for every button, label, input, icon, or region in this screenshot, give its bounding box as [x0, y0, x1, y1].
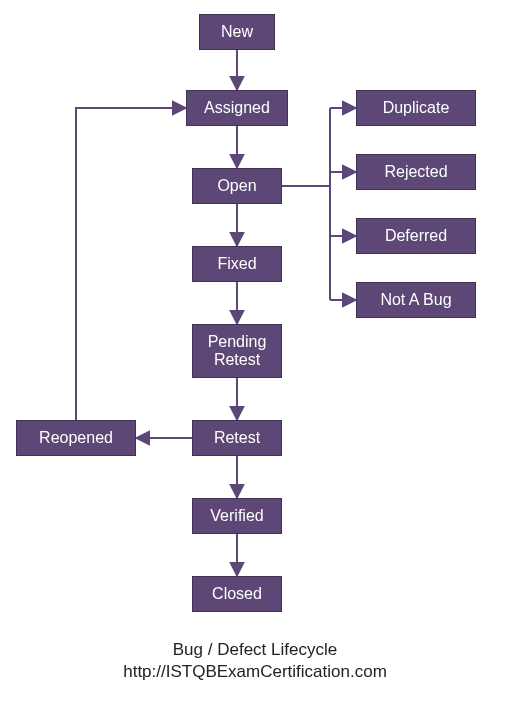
node-verified: Verified	[192, 498, 282, 534]
node-label: Rejected	[384, 163, 447, 181]
node-not-a-bug: Not A Bug	[356, 282, 476, 318]
node-rejected: Rejected	[356, 154, 476, 190]
node-fixed: Fixed	[192, 246, 282, 282]
node-label: Assigned	[204, 99, 270, 117]
node-label: Closed	[212, 585, 262, 603]
node-open: Open	[192, 168, 282, 204]
node-label: New	[221, 23, 253, 41]
node-label: Open	[217, 177, 256, 195]
node-new: New	[199, 14, 275, 50]
node-deferred: Deferred	[356, 218, 476, 254]
flowchart-canvas: New Assigned Open Fixed Pending Retest R…	[0, 0, 510, 705]
node-label: Reopened	[39, 429, 113, 447]
node-label: Retest	[214, 429, 260, 447]
node-label: Deferred	[385, 227, 447, 245]
node-label: Not A Bug	[380, 291, 451, 309]
node-label: Duplicate	[383, 99, 450, 117]
node-reopened: Reopened	[16, 420, 136, 456]
node-retest: Retest	[192, 420, 282, 456]
caption-title: Bug / Defect Lifecycle	[0, 640, 510, 660]
node-label: Pending Retest	[201, 333, 273, 370]
edge-reopened-assigned	[76, 108, 186, 420]
caption-url: http://ISTQBExamCertification.com	[0, 662, 510, 682]
node-label: Verified	[210, 507, 263, 525]
node-label: Fixed	[217, 255, 256, 273]
node-duplicate: Duplicate	[356, 90, 476, 126]
node-assigned: Assigned	[186, 90, 288, 126]
node-pending-retest: Pending Retest	[192, 324, 282, 378]
node-closed: Closed	[192, 576, 282, 612]
